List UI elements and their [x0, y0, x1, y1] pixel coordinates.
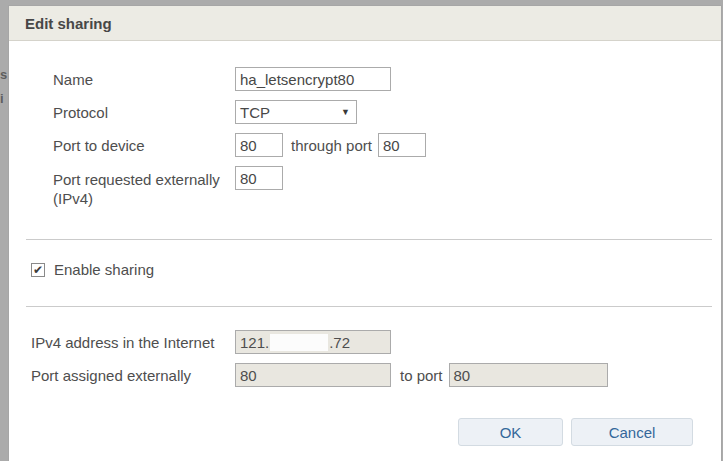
dialog-title: Edit sharing: [25, 15, 112, 32]
port-to-device-row: Port to device through port: [53, 133, 721, 157]
dialog-buttons: OK Cancel: [9, 418, 721, 446]
ipv4-address-prefix: 121.: [240, 334, 269, 351]
port-requested-row: Port requested externally (IPv4): [53, 166, 721, 208]
protocol-selected-value: TCP: [240, 104, 341, 121]
port-requested-label-line2: (IPv4): [53, 189, 235, 208]
ipv4-address-suffix: .72: [329, 334, 350, 351]
port-assigned-label: Port assigned externally: [31, 367, 235, 384]
redacted-ip-segment: [270, 334, 328, 351]
background-text-fragment: s: [0, 67, 8, 82]
ipv4-address-label: IPv4 address in the Internet: [31, 334, 235, 351]
dialog-titlebar: Edit sharing: [9, 6, 721, 41]
port-requested-label-line1: Port requested externally: [53, 170, 235, 189]
name-label: Name: [53, 71, 235, 88]
sharing-settings-section: Name Protocol TCP ▼ Port to device throu…: [9, 67, 721, 208]
enable-sharing-checkbox[interactable]: ✔: [31, 263, 45, 277]
chevron-down-icon: ▼: [341, 108, 350, 117]
to-port-field: 80: [449, 363, 608, 387]
ipv4-address-field: 121. .72: [235, 330, 391, 354]
through-port-input[interactable]: [378, 133, 426, 157]
ok-button[interactable]: OK: [458, 418, 563, 446]
ipv4-address-row: IPv4 address in the Internet 121. .72: [31, 330, 721, 354]
edit-sharing-dialog: Edit sharing Name Protocol TCP ▼ Port to…: [8, 5, 722, 461]
divider: [26, 306, 712, 307]
port-assigned-row: Port assigned externally 80 to port 80: [31, 363, 721, 387]
name-row: Name: [53, 67, 721, 91]
cancel-button[interactable]: Cancel: [571, 418, 693, 446]
protocol-select[interactable]: TCP ▼: [235, 100, 357, 124]
protocol-row: Protocol TCP ▼: [53, 100, 721, 124]
check-icon: ✔: [33, 264, 43, 276]
enable-sharing-label: Enable sharing: [54, 261, 154, 278]
port-to-device-input[interactable]: [235, 133, 283, 157]
port-requested-input[interactable]: [235, 166, 283, 190]
external-info-section: IPv4 address in the Internet 121. .72 Po…: [9, 330, 721, 387]
through-port-label: through port: [291, 137, 372, 154]
divider: [26, 239, 712, 240]
dialog-body: Name Protocol TCP ▼ Port to device throu…: [9, 41, 721, 446]
to-port-label: to port: [400, 367, 443, 384]
enable-sharing-row: ✔ Enable sharing: [9, 261, 721, 278]
background-text-fragment: i: [0, 91, 8, 106]
name-input[interactable]: [235, 67, 391, 91]
port-to-device-label: Port to device: [53, 137, 235, 154]
port-assigned-field: 80: [235, 363, 391, 387]
protocol-label: Protocol: [53, 104, 235, 121]
port-requested-label: Port requested externally (IPv4): [53, 166, 235, 208]
